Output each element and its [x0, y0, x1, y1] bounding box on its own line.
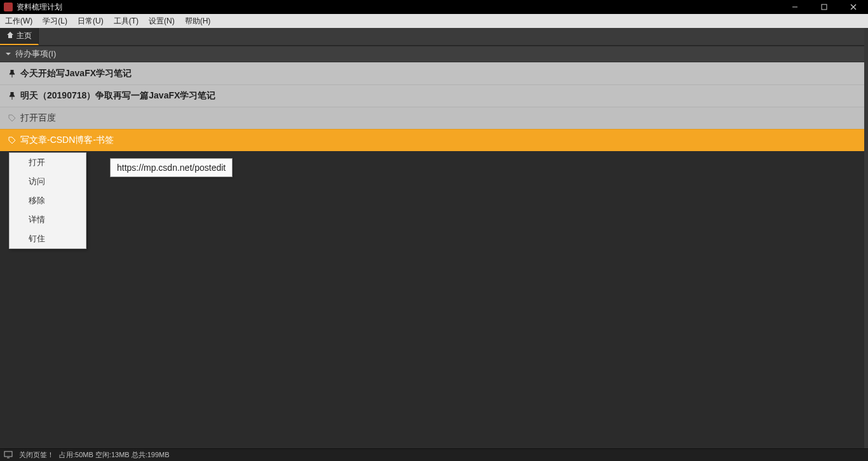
context-menu: 打开 访问 移除 详情 钉住 — [9, 152, 86, 249]
pin-icon — [8, 92, 17, 100]
ctx-pin[interactable]: 钉住 — [10, 229, 86, 248]
close-button[interactable] — [839, 0, 868, 14]
tag-icon — [8, 114, 17, 122]
menu-work[interactable]: 工作(W) — [0, 14, 37, 28]
ctx-open[interactable]: 打开 — [10, 153, 86, 172]
menu-settings[interactable]: 设置(N) — [144, 14, 180, 28]
menu-study[interactable]: 学习(L) — [37, 14, 72, 28]
statusbar: 关闭页签！ 占用:50MB 空闲:13MB 总共:199MB — [0, 448, 868, 461]
chevron-down-icon — [5, 50, 11, 59]
section-title: 待办事项(I) — [15, 48, 56, 60]
tab-label: 主页 — [17, 30, 32, 41]
titlebar: 资料梳理计划 — [0, 0, 868, 14]
todo-item-selected[interactable]: 写文章-CSDN博客-书签 — [0, 129, 868, 151]
menu-daily[interactable]: 日常(U) — [72, 14, 109, 28]
tabbar: 主页 — [0, 28, 868, 46]
scrollbar[interactable] — [864, 28, 868, 448]
todo-item[interactable]: 今天开始写JavaFX学习笔记 — [0, 62, 868, 84]
status-memory: 占用:50MB 空闲:13MB 总共:199MB — [59, 450, 170, 460]
maximize-icon — [821, 4, 827, 10]
todo-item[interactable]: 明天（20190718）争取再写一篇JavaFX学习笔记 — [0, 84, 868, 107]
todo-text: 打开百度 — [20, 112, 56, 124]
todo-text: 写文章-CSDN博客-书签 — [20, 135, 114, 146]
menu-tools[interactable]: 工具(T) — [109, 14, 144, 28]
svg-rect-4 — [4, 451, 12, 457]
svg-line-2 — [851, 4, 856, 10]
svg-line-3 — [851, 4, 856, 10]
tag-icon — [8, 137, 17, 144]
todo-text: 明天（20190718）争取再写一篇JavaFX学习笔记 — [20, 90, 215, 102]
status-message: 关闭页签！ — [19, 450, 54, 460]
close-icon — [850, 4, 857, 10]
window-title: 资料梳理计划 — [17, 2, 62, 13]
home-icon — [6, 31, 14, 41]
minimize-button[interactable] — [780, 0, 810, 14]
menu-help[interactable]: 帮助(H) — [180, 14, 216, 28]
monitor-icon — [4, 451, 13, 460]
section-header-todos[interactable]: 待办事项(I) — [0, 46, 868, 62]
ctx-remove[interactable]: 移除 — [10, 191, 86, 210]
tooltip-text: https://mp.csdn.net/postedit — [117, 163, 226, 173]
pin-icon — [8, 70, 17, 77]
todo-text: 今天开始写JavaFX学习笔记 — [20, 68, 132, 79]
tooltip: https://mp.csdn.net/postedit — [110, 158, 233, 177]
maximize-button[interactable] — [810, 0, 839, 14]
ctx-detail[interactable]: 详情 — [10, 210, 86, 229]
menubar: 工作(W) 学习(L) 日常(U) 工具(T) 设置(N) 帮助(H) — [0, 14, 868, 28]
tab-home[interactable]: 主页 — [0, 28, 39, 45]
todo-list: 今天开始写JavaFX学习笔记 明天（20190718）争取再写一篇JavaFX… — [0, 62, 868, 151]
ctx-visit[interactable]: 访问 — [10, 172, 86, 191]
minimize-icon — [792, 4, 798, 10]
todo-item[interactable]: 打开百度 — [0, 107, 868, 129]
svg-rect-1 — [822, 4, 827, 10]
app-icon — [4, 3, 13, 11]
